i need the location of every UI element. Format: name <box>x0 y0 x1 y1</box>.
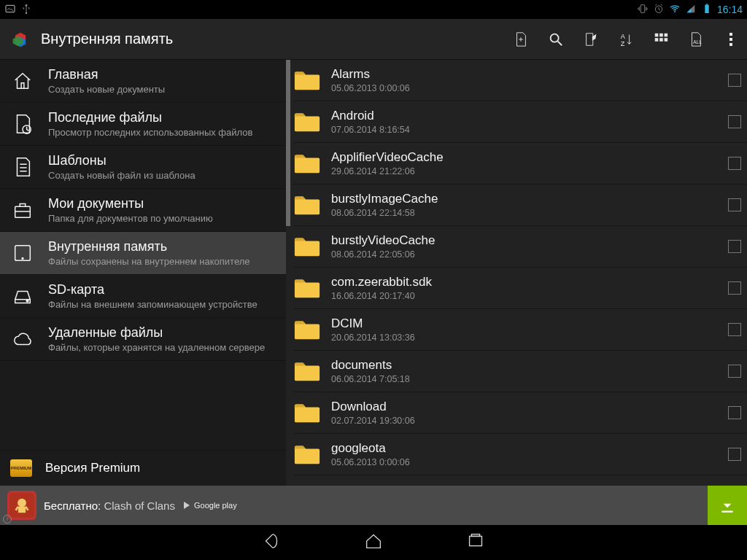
file-row[interactable]: iSMS <box>293 475 747 486</box>
file-row[interactable]: DCIM20.06.2014 13:03:36 <box>293 309 747 351</box>
folder-icon <box>293 193 321 217</box>
wifi-icon <box>669 3 681 17</box>
file-checkbox[interactable] <box>728 198 741 211</box>
file-date: 16.06.2014 20:17:40 <box>331 291 728 301</box>
sort-button[interactable]: AZ <box>617 31 635 48</box>
file-checkbox[interactable] <box>728 323 741 336</box>
sidebar-item-title: SD-карта <box>48 282 258 298</box>
ad-app-icon <box>7 491 36 520</box>
svg-rect-13 <box>655 33 659 36</box>
file-checkbox[interactable] <box>728 448 741 461</box>
file-date: 08.06.2014 22:05:06 <box>331 249 728 260</box>
sidebar-item-title: Мои документы <box>48 196 213 211</box>
battery-icon <box>701 3 713 17</box>
file-name: Download <box>331 400 728 414</box>
file-checkbox[interactable] <box>728 115 741 128</box>
clock: 16:14 <box>717 4 743 15</box>
cloud-icon <box>10 327 35 351</box>
sidebar-item-title: Внутренняя память <box>48 239 250 254</box>
file-checkbox[interactable] <box>728 365 741 378</box>
folder-icon <box>293 235 321 258</box>
edit-button[interactable] <box>582 31 600 48</box>
file-list[interactable]: Alarms05.06.2013 0:00:06Android07.06.201… <box>286 60 747 486</box>
ad-text: Бесплатно: Clash of Clans <box>44 499 175 512</box>
file-row[interactable]: Android07.06.2014 8:16:54 <box>293 101 747 143</box>
action-bar: Внутренняя память AZ ALL <box>0 19 747 60</box>
file-row[interactable]: ApplifierVideoCache29.06.2014 21:22:06 <box>293 143 747 184</box>
file-checkbox[interactable] <box>728 240 741 253</box>
svg-rect-28 <box>470 536 482 545</box>
file-date: 07.06.2014 8:16:54 <box>331 125 728 135</box>
sidebar-item-cloud[interactable]: Удаленные файлыФайлы, которые хранятся н… <box>0 318 286 361</box>
file-row[interactable]: burstlyVideoCache08.06.2014 22:05:06 <box>293 226 747 268</box>
scroll-indicator[interactable] <box>286 60 290 226</box>
sidebar: ГлавнаяСоздать новые документыПоследние … <box>0 60 286 486</box>
file-name: DCIM <box>331 316 728 331</box>
sidebar-item-briefcase[interactable]: Мои документыПапка для документов по умо… <box>0 189 286 232</box>
file-row[interactable]: com.zeerabbit.sdk16.06.2014 20:17:40 <box>293 268 747 309</box>
file-name: ApplifierVideoCache <box>331 150 728 165</box>
svg-rect-14 <box>659 33 663 36</box>
file-row[interactable]: documents06.06.2014 7:05:18 <box>293 351 747 392</box>
file-row[interactable]: googleota05.06.2013 0:00:06 <box>293 434 747 475</box>
new-file-button[interactable] <box>512 31 530 48</box>
alarm-icon <box>653 3 665 17</box>
file-checkbox[interactable] <box>728 157 741 170</box>
usb-tray-icon <box>20 3 32 17</box>
folder-icon <box>293 359 321 383</box>
sidebar-item-recent[interactable]: Последние файлыПросмотр последних исполь… <box>0 103 286 146</box>
file-date: 20.06.2014 13:03:36 <box>331 332 728 343</box>
app-logo-icon[interactable] <box>7 26 34 52</box>
ad-download-button[interactable] <box>708 486 747 525</box>
svg-point-10 <box>551 34 559 42</box>
sidebar-item-subtitle: Создать новые документы <box>48 84 165 95</box>
search-button[interactable] <box>547 31 565 48</box>
file-date: 29.06.2014 21:22:06 <box>331 166 728 176</box>
file-row[interactable]: Download02.07.2014 19:30:06 <box>293 392 747 434</box>
back-button[interactable] <box>260 530 282 555</box>
premium-item[interactable]: PREMIUM Версия Premium <box>0 450 286 486</box>
folder-icon <box>293 401 321 424</box>
file-name: Alarms <box>331 67 728 82</box>
file-name: googleota <box>331 441 728 456</box>
home-button[interactable] <box>363 530 384 555</box>
file-name: Android <box>331 109 728 123</box>
sidebar-item-subtitle: Файлы, которые хранятся на удаленном сер… <box>48 342 265 353</box>
file-name: documents <box>331 358 728 373</box>
svg-point-1 <box>26 12 27 14</box>
file-checkbox[interactable] <box>728 74 741 87</box>
svg-point-23 <box>22 258 23 260</box>
premium-badge-icon: PREMIUM <box>10 459 32 477</box>
sidebar-item-subtitle: Просмотр последних использованных файлов <box>48 127 252 138</box>
sidebar-item-home[interactable]: ГлавнаяСоздать новые документы <box>0 60 286 103</box>
drive-icon <box>10 284 35 308</box>
select-all-button[interactable]: ALL <box>687 31 705 48</box>
sidebar-item-doc[interactable]: ШаблоныСоздать новый файл из шаблона <box>0 146 286 189</box>
recent-icon <box>10 112 35 136</box>
svg-text:A: A <box>621 33 626 40</box>
file-checkbox[interactable] <box>728 406 741 419</box>
ad-banner[interactable]: i Бесплатно: Clash of Clans Google play <box>0 486 747 525</box>
sidebar-item-tablet[interactable]: Внутренняя памятьФайлы сохранены на внут… <box>0 232 286 275</box>
file-row[interactable]: burstlyImageCache08.06.2014 22:14:58 <box>293 184 747 226</box>
file-date: 05.06.2013 0:00:06 <box>331 457 728 467</box>
overflow-menu-button[interactable] <box>722 31 740 48</box>
sidebar-item-title: Последние файлы <box>48 110 252 125</box>
file-date: 08.06.2014 22:14:58 <box>331 208 728 218</box>
file-checkbox[interactable] <box>728 281 741 295</box>
sidebar-item-drive[interactable]: SD-картаФайлы на внешнем запоминающем ус… <box>0 275 286 318</box>
gallery-tray-icon <box>4 3 16 17</box>
svg-point-4 <box>674 11 676 12</box>
sidebar-item-subtitle: Файлы на внешнем запоминающем устройстве <box>48 299 258 310</box>
svg-rect-15 <box>665 33 668 36</box>
svg-rect-27 <box>18 507 26 513</box>
view-grid-button[interactable] <box>652 31 670 48</box>
ad-info-icon[interactable]: i <box>3 515 12 524</box>
recents-button[interactable] <box>465 530 487 555</box>
folder-icon <box>293 276 321 300</box>
file-row[interactable]: Alarms05.06.2013 0:00:06 <box>293 60 747 101</box>
folder-icon <box>293 443 321 466</box>
file-name: com.zeerabbit.sdk <box>331 275 728 289</box>
file-date: 02.07.2014 19:30:06 <box>331 416 728 426</box>
google-play-icon: Google play <box>182 501 237 510</box>
